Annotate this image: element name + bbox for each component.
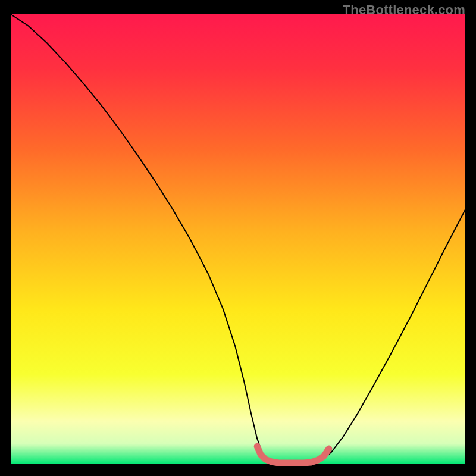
gradient-background	[11, 14, 465, 464]
watermark-text: TheBottleneck.com	[343, 2, 465, 18]
chart-frame: { "watermark": "TheBottleneck.com", "cha…	[0, 0, 476, 476]
bottleneck-chart	[0, 0, 476, 476]
